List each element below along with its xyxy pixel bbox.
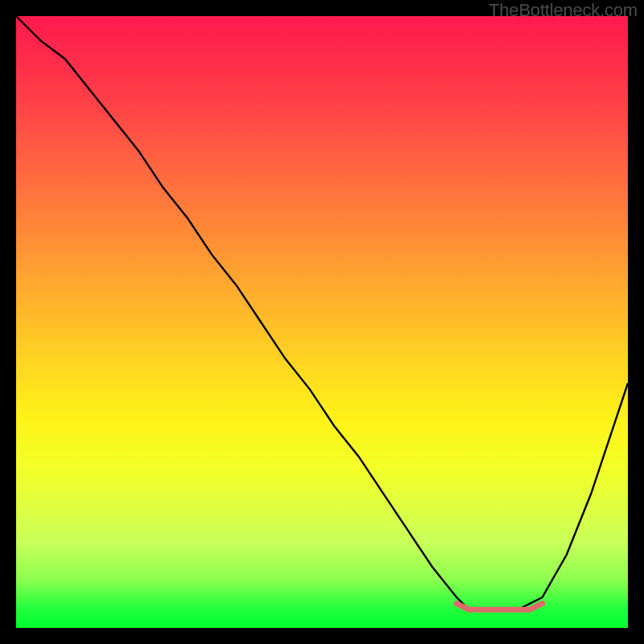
bottleneck-curve: [16, 16, 628, 609]
curve-overlay: [16, 16, 628, 628]
chart-frame: [16, 16, 628, 628]
watermark-text: TheBottleneck.com: [489, 0, 638, 21]
